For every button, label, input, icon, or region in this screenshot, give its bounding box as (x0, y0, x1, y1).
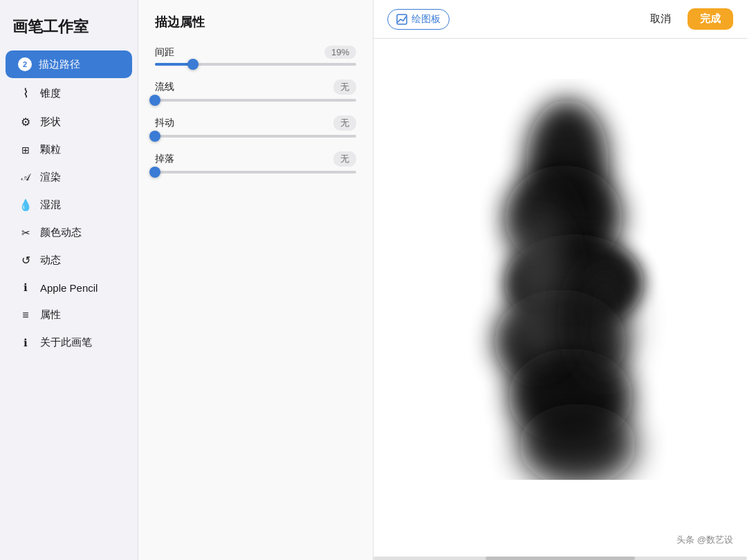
slider-track-spacing[interactable] (155, 63, 356, 66)
slider-track-streamline[interactable] (155, 99, 356, 102)
canvas-area: 绘图板 取消 完成 (374, 0, 747, 560)
sidebar-item-properties[interactable]: ≡属性 (6, 301, 132, 328)
sidebar-item-label: 描边路径 (39, 58, 80, 71)
slider-track-jitter[interactable] (155, 135, 356, 138)
canvas-toolbar: 绘图板 取消 完成 (374, 0, 747, 39)
cancel-button[interactable]: 取消 (642, 8, 679, 30)
color-dyn-icon: ✂︎ (18, 227, 33, 239)
brush-stroke-preview (429, 79, 692, 480)
canvas-actions: 取消 完成 (642, 8, 733, 30)
middle-panel: 描边属性 间距 19% 流线 无 抖动 无 掉落 无 (138, 0, 374, 560)
sidebar-item-stroke-path[interactable]: 2描边路径 (6, 50, 132, 78)
slider-thumb-streamline[interactable] (149, 95, 160, 106)
prop-label-spacing: 间距 (155, 46, 174, 59)
shape-icon: ⚙ (18, 115, 33, 129)
sidebar-item-label: 属性 (40, 308, 61, 321)
svg-rect-0 (397, 15, 407, 24)
prop-value-spacing: 19% (324, 46, 356, 59)
slider-thumb-falloff[interactable] (149, 167, 160, 178)
prop-label-row: 掉落 无 (155, 151, 356, 167)
sidebar-item-label: 动态 (40, 254, 61, 267)
sidebar: 画笔工作室 2描边路径⌇锥度⚙形状⊞颗粒𝒜渲染💧湿混✂︎颜色动态↺动态ℹAppl… (0, 0, 138, 560)
slider-thumb-spacing[interactable] (187, 59, 199, 70)
svg-point-8 (515, 189, 564, 286)
panel-title: 描边属性 (155, 14, 356, 30)
watermark: 头条 @数艺设 (676, 534, 733, 546)
sidebar-item-label: 颜色动态 (40, 226, 82, 239)
sidebar-item-label: 颗粒 (40, 143, 61, 156)
sidebar-item-label: 渲染 (40, 171, 61, 184)
sidebar-item-taper[interactable]: ⌇锥度 (6, 79, 132, 108)
property-row-streamline: 流线 无 (155, 80, 356, 102)
sidebar-item-label: 关于此画笔 (40, 336, 92, 349)
drawing-board-button[interactable]: 绘图板 (387, 9, 450, 30)
badge-icon: 2 (18, 57, 32, 71)
taper-icon: ⌇ (18, 86, 33, 101)
sidebar-item-grain[interactable]: ⊞颗粒 (6, 136, 132, 163)
sidebar-item-shape[interactable]: ⚙形状 (6, 109, 132, 136)
prop-label-row: 抖动 无 (155, 115, 356, 131)
sidebar-item-label: Apple Pencil (40, 282, 98, 294)
done-button[interactable]: 完成 (688, 8, 733, 30)
sidebar-item-label: 锥度 (40, 87, 61, 100)
render-icon: 𝒜 (18, 171, 33, 183)
slider-track-falloff[interactable] (155, 171, 356, 174)
prop-label-streamline: 流线 (155, 81, 174, 93)
canvas-content: 头条 @数艺设 (374, 39, 747, 560)
about-icon: ℹ (18, 337, 33, 349)
apple-pencil-icon: ℹ (18, 281, 33, 294)
sidebar-item-label: 形状 (40, 115, 61, 129)
prop-label-jitter: 抖动 (155, 117, 174, 129)
sidebar-title: 画笔工作室 (0, 0, 138, 50)
slider-thumb-jitter[interactable] (149, 131, 160, 142)
svg-point-9 (574, 259, 636, 383)
drawing-board-icon (396, 14, 407, 25)
prop-label-row: 流线 无 (155, 80, 356, 95)
sidebar-item-color-dyn[interactable]: ✂︎颜色动态 (6, 219, 132, 246)
scrollbar-thumb[interactable] (486, 557, 635, 560)
prop-label-row: 间距 19% (155, 46, 356, 59)
property-row-jitter: 抖动 无 (155, 115, 356, 138)
prop-value-falloff: 无 (333, 151, 356, 167)
properties-icon: ≡ (18, 309, 33, 321)
sidebar-item-wetmix[interactable]: 💧湿混 (6, 192, 132, 218)
sidebar-item-label: 湿混 (40, 198, 61, 212)
sidebar-item-about[interactable]: ℹ关于此画笔 (6, 329, 132, 356)
sidebar-item-render[interactable]: 𝒜渲染 (6, 164, 132, 191)
prop-value-jitter: 无 (333, 115, 356, 131)
prop-value-streamline: 无 (333, 80, 356, 95)
property-row-spacing: 间距 19% (155, 46, 356, 66)
horizontal-scrollbar[interactable] (374, 557, 747, 560)
prop-label-falloff: 掉落 (155, 153, 174, 165)
property-row-falloff: 掉落 无 (155, 151, 356, 174)
sidebar-item-apple-pencil[interactable]: ℹApple Pencil (6, 274, 132, 301)
wetmix-icon: 💧 (18, 198, 33, 212)
sidebar-item-dynamics[interactable]: ↺动态 (6, 247, 132, 274)
grain-icon: ⊞ (18, 144, 33, 156)
dynamics-icon: ↺ (18, 254, 33, 267)
